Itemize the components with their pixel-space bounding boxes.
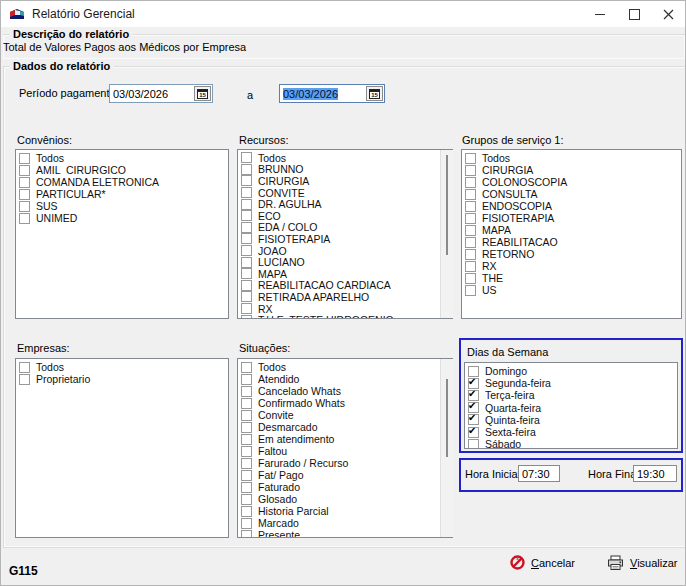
checkbox-unchecked-icon[interactable] xyxy=(241,398,252,409)
situacoes-listbox[interactable]: TodosAtendidoCancelado WhatsConfirmado W… xyxy=(237,358,453,538)
checkbox-unchecked-icon[interactable] xyxy=(241,458,252,469)
list-item[interactable]: REABILITACAO xyxy=(462,236,681,248)
list-item[interactable]: COMANDA ELETRONICA xyxy=(16,176,228,188)
checkbox-checked-icon[interactable] xyxy=(468,427,479,438)
list-item[interactable]: JOAO xyxy=(238,245,452,257)
scrollbar-thumb[interactable] xyxy=(446,379,448,457)
checkbox-unchecked-icon[interactable] xyxy=(465,201,476,212)
checkbox-unchecked-icon[interactable] xyxy=(241,362,252,373)
list-item[interactable]: BRUNNO xyxy=(238,164,452,176)
list-item[interactable]: Todos xyxy=(238,361,452,373)
list-item[interactable]: Faltou xyxy=(238,445,452,457)
hora-inicial-input[interactable] xyxy=(518,465,560,482)
checkbox-unchecked-icon[interactable] xyxy=(465,273,476,284)
checkbox-unchecked-icon[interactable] xyxy=(241,315,252,319)
list-item[interactable]: Todos xyxy=(462,152,681,164)
checkbox-unchecked-icon[interactable] xyxy=(241,280,252,291)
list-item[interactable]: MAPA xyxy=(462,224,681,236)
list-item[interactable]: Domingo xyxy=(465,365,677,377)
checkbox-unchecked-icon[interactable] xyxy=(465,189,476,200)
checkbox-unchecked-icon[interactable] xyxy=(465,165,476,176)
list-item[interactable]: Atendido xyxy=(238,373,452,385)
list-item[interactable]: ENDOSCOPIA xyxy=(462,200,681,212)
list-item[interactable]: Fat/ Pago xyxy=(238,469,452,481)
list-item[interactable]: US xyxy=(462,284,681,296)
checkbox-unchecked-icon[interactable] xyxy=(241,303,252,314)
list-item[interactable]: THE xyxy=(462,272,681,284)
checkbox-unchecked-icon[interactable] xyxy=(465,225,476,236)
checkbox-unchecked-icon[interactable] xyxy=(241,374,252,385)
calendar-button-start[interactable]: 15 xyxy=(194,86,211,101)
checkbox-unchecked-icon[interactable] xyxy=(241,164,252,175)
checkbox-unchecked-icon[interactable] xyxy=(241,175,252,186)
cancel-button[interactable]: Cancelar xyxy=(506,553,579,572)
checkbox-unchecked-icon[interactable] xyxy=(241,482,252,493)
recursos-listbox[interactable]: TodosBRUNNOCIRURGIACONVITEDR. AGULHAECOE… xyxy=(237,149,453,319)
checkbox-unchecked-icon[interactable] xyxy=(241,446,252,457)
list-item[interactable]: Cancelado Whats xyxy=(238,385,452,397)
list-item[interactable]: RX xyxy=(238,303,452,315)
checkbox-unchecked-icon[interactable] xyxy=(19,374,30,385)
checkbox-unchecked-icon[interactable] xyxy=(241,199,252,210)
checkbox-unchecked-icon[interactable] xyxy=(468,439,479,449)
checkbox-unchecked-icon[interactable] xyxy=(241,245,252,256)
checkbox-unchecked-icon[interactable] xyxy=(241,506,252,517)
situacoes-scrollbar[interactable] xyxy=(440,359,453,537)
checkbox-unchecked-icon[interactable] xyxy=(241,210,252,221)
list-item[interactable]: Em atendimento xyxy=(238,433,452,445)
checkbox-unchecked-icon[interactable] xyxy=(19,362,30,373)
checkbox-unchecked-icon[interactable] xyxy=(241,187,252,198)
list-item[interactable]: Presente xyxy=(238,529,452,538)
calendar-button-end[interactable]: 15 xyxy=(366,86,383,101)
list-item[interactable]: Todos xyxy=(16,152,228,164)
list-item[interactable]: RETORNO xyxy=(462,248,681,260)
period-end-field[interactable]: 03/03/2026 15 xyxy=(279,84,385,103)
list-item[interactable]: CIRURGIA xyxy=(462,164,681,176)
checkbox-unchecked-icon[interactable] xyxy=(241,257,252,268)
list-item[interactable]: Proprietario xyxy=(16,373,228,385)
list-item[interactable]: CONSULTA xyxy=(462,188,681,200)
list-item[interactable]: Terça-feira xyxy=(465,389,677,401)
list-item[interactable]: Quarta-feira xyxy=(465,402,677,414)
close-button[interactable] xyxy=(651,1,685,27)
list-item[interactable]: Confirmado Whats xyxy=(238,397,452,409)
list-item[interactable]: CONVITE xyxy=(238,187,452,199)
list-item[interactable]: EDA / COLO xyxy=(238,222,452,234)
list-item[interactable]: RX xyxy=(462,260,681,272)
checkbox-unchecked-icon[interactable] xyxy=(465,249,476,260)
checkbox-unchecked-icon[interactable] xyxy=(19,201,30,212)
list-item[interactable]: Todos xyxy=(16,361,228,373)
minimize-button[interactable] xyxy=(583,1,617,27)
checkbox-unchecked-icon[interactable] xyxy=(241,386,252,397)
list-item[interactable]: RETIRADA APARELHO xyxy=(238,291,452,303)
list-item[interactable]: Segunda-feira xyxy=(465,377,677,389)
scrollbar-thumb[interactable] xyxy=(446,155,448,255)
list-item[interactable]: Quinta-feira xyxy=(465,414,677,426)
checkbox-unchecked-icon[interactable] xyxy=(19,177,30,188)
list-item[interactable]: Historia Parcial xyxy=(238,505,452,517)
list-item[interactable]: Glosado xyxy=(238,493,452,505)
checkbox-unchecked-icon[interactable] xyxy=(241,434,252,445)
checkbox-unchecked-icon[interactable] xyxy=(241,470,252,481)
list-item[interactable]: Marcado xyxy=(238,517,452,529)
list-item[interactable]: REABILITACAO CARDIACA xyxy=(238,280,452,292)
checkbox-unchecked-icon[interactable] xyxy=(241,410,252,421)
list-item[interactable]: MAPA xyxy=(238,268,452,280)
checkbox-unchecked-icon[interactable] xyxy=(465,177,476,188)
list-item[interactable]: CIRURGIA xyxy=(238,175,452,187)
list-item[interactable]: FISIOTERAPIA xyxy=(238,233,452,245)
empresas-listbox[interactable]: TodosProprietario xyxy=(15,358,229,538)
checkbox-unchecked-icon[interactable] xyxy=(241,268,252,279)
list-item[interactable]: T.H.E. TESTE HIDROGENIO xyxy=(238,314,452,319)
checkbox-unchecked-icon[interactable] xyxy=(465,237,476,248)
recursos-scrollbar[interactable] xyxy=(440,150,453,318)
checkbox-unchecked-icon[interactable] xyxy=(465,261,476,272)
list-item[interactable]: Desmarcado xyxy=(238,421,452,433)
list-item[interactable]: LUCIANO xyxy=(238,256,452,268)
checkbox-unchecked-icon[interactable] xyxy=(465,285,476,296)
list-item[interactable]: Sábado xyxy=(465,438,677,449)
period-start-field[interactable]: 03/03/2026 15 xyxy=(109,84,213,103)
checkbox-unchecked-icon[interactable] xyxy=(241,152,252,163)
list-item[interactable]: PARTICULAR* xyxy=(16,188,228,200)
list-item[interactable]: Sexta-feira xyxy=(465,426,677,438)
